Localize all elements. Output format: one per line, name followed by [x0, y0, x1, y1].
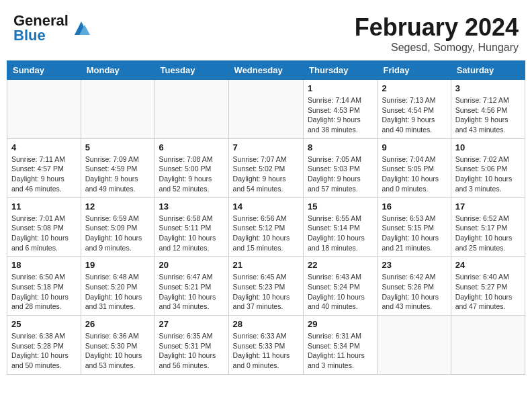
weekday-header-monday: Monday: [81, 61, 154, 80]
calendar-cell: 23Sunrise: 6:42 AM Sunset: 5:26 PM Dayli…: [378, 257, 451, 316]
page-header: General Blue February 2024 Segesd, Somog…: [7, 7, 525, 57]
calendar-cell: 16Sunrise: 6:53 AM Sunset: 5:15 PM Dayli…: [378, 197, 451, 257]
calendar-week-row: 11Sunrise: 7:01 AM Sunset: 5:08 PM Dayli…: [7, 197, 525, 257]
day-number: 4: [11, 142, 77, 152]
weekday-header-saturday: Saturday: [451, 61, 525, 80]
day-info: Sunrise: 7:11 AM Sunset: 4:57 PM Dayligh…: [11, 154, 77, 194]
calendar-cell: 9Sunrise: 7:04 AM Sunset: 5:05 PM Daylig…: [378, 138, 451, 197]
weekday-header-thursday: Thursday: [304, 61, 378, 80]
weekday-header-sunday: Sunday: [7, 61, 81, 80]
calendar-cell: 12Sunrise: 6:59 AM Sunset: 5:09 PM Dayli…: [81, 197, 154, 257]
calendar-cell: 19Sunrise: 6:48 AM Sunset: 5:20 PM Dayli…: [81, 257, 154, 316]
calendar-cell: [451, 316, 525, 375]
calendar-cell: 17Sunrise: 6:52 AM Sunset: 5:17 PM Dayli…: [451, 197, 525, 257]
calendar-cell: 24Sunrise: 6:40 AM Sunset: 5:27 PM Dayli…: [451, 257, 525, 316]
calendar-cell: 4Sunrise: 7:11 AM Sunset: 4:57 PM Daylig…: [7, 138, 81, 197]
calendar-cell: [228, 80, 303, 139]
calendar-cell: 2Sunrise: 7:13 AM Sunset: 4:54 PM Daylig…: [378, 80, 451, 139]
calendar-cell: 18Sunrise: 6:50 AM Sunset: 5:18 PM Dayli…: [7, 257, 81, 316]
day-number: 2: [382, 83, 446, 93]
calendar-cell: 7Sunrise: 7:07 AM Sunset: 5:02 PM Daylig…: [228, 138, 303, 197]
day-number: 28: [233, 319, 299, 329]
day-info: Sunrise: 6:47 AM Sunset: 5:21 PM Dayligh…: [159, 272, 224, 312]
day-info: Sunrise: 6:43 AM Sunset: 5:24 PM Dayligh…: [308, 272, 373, 312]
day-number: 17: [455, 201, 521, 212]
day-info: Sunrise: 7:02 AM Sunset: 5:06 PM Dayligh…: [455, 154, 521, 194]
calendar-week-row: 4Sunrise: 7:11 AM Sunset: 4:57 PM Daylig…: [7, 138, 525, 197]
day-info: Sunrise: 7:07 AM Sunset: 5:02 PM Dayligh…: [233, 154, 299, 194]
calendar-table: SundayMondayTuesdayWednesdayThursdayFrid…: [7, 60, 525, 375]
day-info: Sunrise: 7:04 AM Sunset: 5:05 PM Dayligh…: [382, 154, 446, 194]
day-info: Sunrise: 7:01 AM Sunset: 5:08 PM Dayligh…: [11, 214, 77, 253]
logo: General Blue: [13, 13, 91, 43]
day-info: Sunrise: 6:48 AM Sunset: 5:20 PM Dayligh…: [85, 272, 150, 312]
weekday-header-tuesday: Tuesday: [154, 61, 228, 80]
day-number: 25: [11, 319, 77, 329]
calendar-cell: 22Sunrise: 6:43 AM Sunset: 5:24 PM Dayli…: [304, 257, 378, 316]
day-info: Sunrise: 6:33 AM Sunset: 5:33 PM Dayligh…: [233, 331, 299, 371]
day-number: 14: [233, 201, 299, 212]
day-number: 7: [233, 142, 299, 152]
day-info: Sunrise: 7:09 AM Sunset: 4:59 PM Dayligh…: [85, 154, 150, 194]
calendar-header-row: SundayMondayTuesdayWednesdayThursdayFrid…: [7, 61, 525, 80]
calendar-cell: 29Sunrise: 6:31 AM Sunset: 5:34 PM Dayli…: [304, 316, 378, 375]
day-number: 16: [382, 201, 446, 212]
calendar-cell: 10Sunrise: 7:02 AM Sunset: 5:06 PM Dayli…: [451, 138, 525, 197]
main-title: February 2024: [355, 13, 519, 42]
calendar-cell: 6Sunrise: 7:08 AM Sunset: 5:00 PM Daylig…: [154, 138, 228, 197]
day-info: Sunrise: 6:59 AM Sunset: 5:09 PM Dayligh…: [85, 214, 150, 253]
day-info: Sunrise: 6:56 AM Sunset: 5:12 PM Dayligh…: [233, 214, 299, 253]
day-number: 12: [85, 201, 150, 212]
day-number: 24: [455, 260, 521, 270]
day-number: 22: [308, 260, 373, 270]
calendar-week-row: 1Sunrise: 7:14 AM Sunset: 4:53 PM Daylig…: [7, 80, 525, 139]
day-number: 10: [455, 142, 521, 152]
day-number: 21: [233, 260, 299, 270]
day-number: 29: [308, 319, 373, 329]
calendar-cell: [7, 80, 81, 139]
calendar-cell: 3Sunrise: 7:12 AM Sunset: 4:56 PM Daylig…: [451, 80, 525, 139]
calendar-cell: 8Sunrise: 7:05 AM Sunset: 5:03 PM Daylig…: [304, 138, 378, 197]
day-info: Sunrise: 6:42 AM Sunset: 5:26 PM Dayligh…: [382, 272, 446, 312]
calendar-cell: 15Sunrise: 6:55 AM Sunset: 5:14 PM Dayli…: [304, 197, 378, 257]
calendar-cell: 14Sunrise: 6:56 AM Sunset: 5:12 PM Dayli…: [228, 197, 303, 257]
day-number: 9: [382, 142, 446, 152]
day-number: 5: [85, 142, 150, 152]
day-number: 6: [159, 142, 224, 152]
day-number: 20: [159, 260, 224, 270]
calendar-week-row: 25Sunrise: 6:38 AM Sunset: 5:28 PM Dayli…: [7, 316, 525, 375]
day-info: Sunrise: 6:31 AM Sunset: 5:34 PM Dayligh…: [308, 331, 373, 371]
calendar-cell: 27Sunrise: 6:35 AM Sunset: 5:31 PM Dayli…: [154, 316, 228, 375]
calendar-cell: 13Sunrise: 6:58 AM Sunset: 5:11 PM Dayli…: [154, 197, 228, 257]
day-info: Sunrise: 7:08 AM Sunset: 5:00 PM Dayligh…: [159, 154, 224, 194]
day-info: Sunrise: 6:55 AM Sunset: 5:14 PM Dayligh…: [308, 214, 373, 253]
calendar-cell: 11Sunrise: 7:01 AM Sunset: 5:08 PM Dayli…: [7, 197, 81, 257]
calendar-cell: 26Sunrise: 6:36 AM Sunset: 5:30 PM Dayli…: [81, 316, 154, 375]
day-info: Sunrise: 7:12 AM Sunset: 4:56 PM Dayligh…: [455, 95, 521, 135]
calendar-cell: 25Sunrise: 6:38 AM Sunset: 5:28 PM Dayli…: [7, 316, 81, 375]
day-info: Sunrise: 6:52 AM Sunset: 5:17 PM Dayligh…: [455, 214, 521, 253]
day-info: Sunrise: 6:50 AM Sunset: 5:18 PM Dayligh…: [11, 272, 77, 312]
day-info: Sunrise: 6:36 AM Sunset: 5:30 PM Dayligh…: [85, 331, 150, 371]
day-number: 26: [85, 319, 150, 329]
calendar-cell: 5Sunrise: 7:09 AM Sunset: 4:59 PM Daylig…: [81, 138, 154, 197]
calendar-cell: 20Sunrise: 6:47 AM Sunset: 5:21 PM Dayli…: [154, 257, 228, 316]
weekday-header-friday: Friday: [378, 61, 451, 80]
day-number: 8: [308, 142, 373, 152]
weekday-header-wednesday: Wednesday: [228, 61, 303, 80]
logo-general: General: [13, 13, 69, 28]
day-number: 13: [159, 201, 224, 212]
calendar-cell: 1Sunrise: 7:14 AM Sunset: 4:53 PM Daylig…: [304, 80, 378, 139]
logo-text: General Blue: [13, 13, 69, 43]
subtitle: Segesd, Somogy, Hungary: [355, 42, 519, 54]
calendar-cell: [154, 80, 228, 139]
day-number: 11: [11, 201, 77, 212]
day-number: 18: [11, 260, 77, 270]
calendar-cell: [378, 316, 451, 375]
day-info: Sunrise: 6:35 AM Sunset: 5:31 PM Dayligh…: [159, 331, 224, 371]
day-info: Sunrise: 7:05 AM Sunset: 5:03 PM Dayligh…: [308, 154, 373, 194]
day-info: Sunrise: 7:14 AM Sunset: 4:53 PM Dayligh…: [308, 95, 373, 135]
calendar-week-row: 18Sunrise: 6:50 AM Sunset: 5:18 PM Dayli…: [7, 257, 525, 316]
day-info: Sunrise: 6:40 AM Sunset: 5:27 PM Dayligh…: [455, 272, 521, 312]
day-info: Sunrise: 7:13 AM Sunset: 4:54 PM Dayligh…: [382, 95, 446, 135]
